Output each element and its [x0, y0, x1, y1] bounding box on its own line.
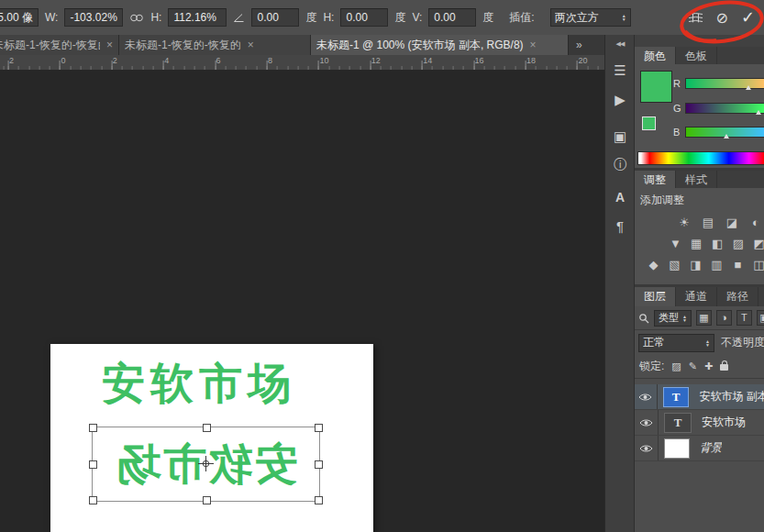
skew-v-input[interactable]: 0.00: [428, 8, 476, 27]
angle-input[interactable]: 0.00: [251, 8, 299, 27]
blend-mode-select[interactable]: 正常 ▲▼: [638, 334, 714, 352]
layer-row[interactable]: T安软市场 副本: [635, 384, 764, 410]
lock-all-icon[interactable]: [720, 364, 728, 371]
tab-adjustments[interactable]: 调整: [635, 171, 676, 188]
adjustment-icon[interactable]: ◩: [753, 237, 764, 250]
ruler-major-ticks: [0, 61, 604, 70]
adjustment-icon[interactable]: ◨: [690, 258, 702, 272]
layer-visibility-eye-icon[interactable]: [635, 410, 659, 435]
transform-handle[interactable]: [315, 424, 323, 432]
transform-handle[interactable]: [89, 460, 97, 469]
transform-handle[interactable]: [315, 496, 323, 504]
reference-point-field[interactable]: 35.00 像: [0, 8, 39, 27]
lock-position-icon[interactable]: ✚: [704, 360, 713, 372]
panel-properties-icon[interactable]: ☰: [605, 59, 635, 83]
transform-handle[interactable]: [89, 424, 97, 432]
adjustment-icon[interactable]: ▦: [691, 237, 703, 250]
ruler-number: 4: [164, 56, 169, 65]
panel-paragraph-icon[interactable]: ¶: [605, 215, 635, 238]
tab-layers[interactable]: 图层: [635, 287, 676, 306]
layer-filter-icon[interactable]: ▣: [757, 310, 764, 326]
cancel-transform-icon[interactable]: ⊘: [716, 9, 728, 27]
adjustment-icon[interactable]: ☀: [677, 216, 692, 229]
layer-filter-select[interactable]: 类型 ▲▼: [654, 310, 692, 327]
adjustment-icon[interactable]: ▤: [701, 216, 715, 229]
opacity-label: 不透明度: [721, 335, 764, 350]
transform-handle[interactable]: [315, 460, 323, 469]
tab-color[interactable]: 颜色: [635, 47, 676, 64]
canvas-text-original: 安软市场: [102, 355, 296, 413]
tab-swatches[interactable]: 色板: [676, 47, 717, 64]
foreground-color-swatch[interactable]: [640, 71, 672, 103]
angle-unit-label: 度: [305, 10, 316, 26]
green-slider[interactable]: [685, 103, 764, 114]
canvas-pasteboard[interactable]: 安软市场 安软市场: [0, 70, 604, 532]
adjustment-icon[interactable]: ▥: [711, 258, 723, 272]
adjustment-icon[interactable]: ◆: [648, 258, 659, 272]
layer-row[interactable]: 背景: [635, 436, 764, 461]
adjustment-icon[interactable]: ▼: [670, 237, 681, 250]
adjustment-icon[interactable]: ◐: [748, 216, 763, 229]
adjustment-icon[interactable]: ◪: [725, 216, 739, 229]
interpolation-select[interactable]: 两次立方 ▲▼: [550, 8, 631, 27]
tab-close-icon[interactable]: ×: [106, 39, 113, 51]
layer-name[interactable]: 安软市场: [702, 415, 746, 430]
panel-character-icon[interactable]: A: [605, 185, 635, 209]
panel-masks-icon[interactable]: ▣: [605, 125, 635, 149]
horizontal-ruler[interactable]: 202468101214161820: [0, 55, 604, 71]
color-spectrum-ramp[interactable]: [637, 151, 764, 165]
tab-channels[interactable]: 通道: [676, 287, 717, 306]
collapse-panels-icon[interactable]: ◀◀: [605, 35, 635, 51]
layer-thumbnail[interactable]: T: [663, 387, 690, 407]
free-transform-bounding-box[interactable]: 安软市场: [92, 427, 320, 502]
layer-row[interactable]: T安软市场: [635, 410, 764, 436]
document-tab[interactable]: 未标题-1 @ 100% (安软市场 副本, RGB/8)×: [311, 35, 569, 55]
tab-close-icon[interactable]: ×: [248, 39, 254, 51]
link-dimensions-icon[interactable]: [129, 14, 144, 22]
adjustment-icon[interactable]: ▨: [732, 237, 744, 250]
layer-name[interactable]: 安软市场 副本: [699, 389, 764, 405]
red-slider-handle[interactable]: [746, 85, 751, 90]
document-tab[interactable]: 未标题-1-恢复的-恢复的×: [119, 35, 311, 55]
document-canvas[interactable]: 安软市场 安软市场: [50, 344, 373, 532]
height-input[interactable]: 112.16%: [168, 8, 227, 27]
layer-filter-icon[interactable]: T: [736, 310, 752, 326]
adjustment-icon[interactable]: ▧: [669, 258, 681, 272]
layer-list: T安软市场 副本T安软市场背景: [635, 384, 764, 532]
layer-name[interactable]: 背景: [700, 440, 722, 456]
lock-paint-icon[interactable]: ✎: [689, 360, 697, 372]
panel-info-icon[interactable]: ⓘ: [605, 152, 635, 176]
tab-paths[interactable]: 路径: [717, 287, 758, 306]
transform-reference-point-icon[interactable]: [198, 456, 214, 471]
layer-visibility-eye-icon[interactable]: [635, 436, 659, 460]
blue-slider-handle[interactable]: [724, 134, 729, 139]
transform-handle[interactable]: [89, 496, 97, 504]
width-input[interactable]: -103.02%: [64, 8, 123, 27]
layer-filter-row: 类型 ▲▼ ▦◑T▣: [635, 306, 764, 330]
background-color-swatch[interactable]: [642, 116, 656, 130]
layer-thumbnail[interactable]: T: [664, 413, 692, 433]
lock-transparent-pixels-icon[interactable]: ▨: [671, 360, 681, 372]
ruler-number: 10: [319, 56, 328, 65]
layer-visibility-eye-icon[interactable]: [635, 384, 658, 409]
tab-styles[interactable]: 样式: [676, 171, 717, 188]
panel-actions-icon[interactable]: ▶: [605, 88, 635, 112]
layer-filter-icon[interactable]: ◑: [716, 310, 732, 326]
skew-h-input[interactable]: 0.00: [340, 8, 388, 27]
layer-filter-value: 类型: [659, 311, 679, 325]
transform-handle[interactable]: [203, 496, 211, 504]
red-slider[interactable]: [685, 78, 764, 89]
document-tab[interactable]: 未标题-1-恢复的-恢复的×: [0, 35, 119, 55]
adjustment-icon[interactable]: ◫: [753, 258, 764, 272]
warp-mode-toggle-icon[interactable]: [688, 12, 703, 24]
transform-handle[interactable]: [203, 424, 211, 432]
tab-close-icon[interactable]: ×: [530, 39, 537, 51]
layer-thumbnail[interactable]: [664, 438, 690, 459]
adjustment-icon[interactable]: ■: [732, 258, 744, 272]
layer-filter-icon[interactable]: ▦: [696, 310, 712, 326]
blue-slider[interactable]: [685, 127, 764, 138]
tab-overflow-chevron-icon[interactable]: »: [576, 39, 581, 51]
green-slider-handle[interactable]: [756, 110, 761, 115]
commit-transform-icon[interactable]: ✓: [741, 7, 755, 28]
adjustment-icon[interactable]: ◧: [712, 237, 724, 250]
